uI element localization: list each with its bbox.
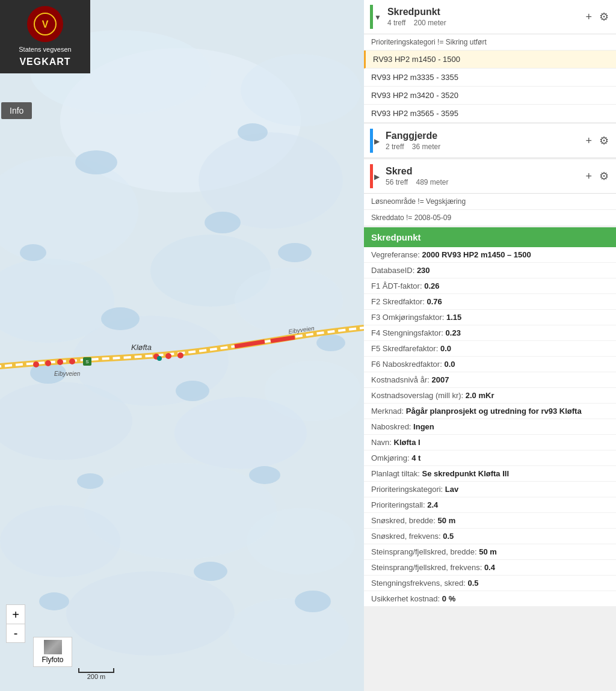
detail-label-0: Vegreferanse: (371, 250, 420, 259)
skredpunkt-item-1[interactable]: RV93 HP2 m3335 - 3355 (364, 69, 616, 87)
detail-row-12: Navn: Kløfta I (364, 435, 616, 450)
detail-label-1: DatabaseID: (371, 266, 414, 275)
skred-meta: 56 treff 489 meter (386, 178, 584, 186)
detail-value-0: 2000 RV93 HP2 m1450 – 1500 (422, 250, 531, 259)
detail-value-6: 0.0 (440, 344, 451, 353)
detail-row-17: Snøskred, bredde: 50 m (364, 513, 616, 529)
detail-row-18: Snøskred, frekvens: 0.5 (364, 529, 616, 544)
detail-label-21: Stengningsfrekvens, skred: (371, 579, 466, 588)
svg-point-17 (229, 598, 349, 665)
detail-label-17: Snøskred, bredde: (371, 516, 436, 525)
svg-text:Eibyveien: Eibyveien (54, 370, 81, 377)
svg-point-25 (176, 381, 209, 401)
skred-settings-button[interactable]: ⚙ (598, 168, 610, 184)
zoom-in-button[interactable]: + (6, 604, 25, 624)
svg-point-5 (241, 54, 361, 126)
zoom-out-button[interactable]: - (6, 624, 25, 643)
detail-value-19: 50 m (479, 547, 497, 556)
skredpunkt-settings-button[interactable]: ⚙ (598, 9, 610, 25)
svg-point-18 (75, 150, 117, 174)
logo-box: V Statens vegvesen VEGKART (0, 0, 90, 73)
svg-point-41 (157, 356, 162, 361)
skred-filter2: Skreddato != 2008-05-09 (364, 210, 616, 226)
scale-bar-line (78, 668, 114, 673)
skred-header: Skred 56 treff 489 meter + ⚙ (364, 159, 616, 194)
svg-point-14 (0, 505, 120, 577)
detail-value-22: 0 % (442, 594, 455, 603)
detail-value-8: 2007 (431, 375, 449, 384)
info-button[interactable]: Info (1, 102, 32, 119)
detail-row-11: Naboskred: Ingen (364, 419, 616, 435)
detail-value-11: Ingen (413, 422, 434, 431)
detail-label-15: Prioriteringskategori: (371, 485, 443, 494)
detail-label-11: Naboskred: (371, 422, 411, 431)
detail-row-10: Merknad: Pågår planprosjekt og utredning… (364, 404, 616, 419)
detail-value-5: 0.23 (446, 328, 461, 337)
svg-text:S: S (85, 359, 88, 364)
detail-label-22: Usikkerhet kostnad: (371, 594, 440, 603)
flyfoto-icon (44, 640, 62, 654)
flyfoto-button[interactable]: Flyfoto (33, 637, 72, 667)
detail-label-8: Kostnadsnivå år: (371, 375, 430, 384)
svg-point-29 (194, 562, 227, 581)
detail-value-16: 2.4 (427, 500, 438, 509)
detail-label-20: Steinsprang/fjellskred, frekvens: (371, 563, 482, 572)
fanggjerde-section: Fanggjerde 2 treff 36 meter + ⚙ (364, 124, 616, 158)
svg-point-20 (205, 212, 241, 233)
svg-point-30 (39, 592, 69, 610)
skredpunkt-header-content: Skredpunkt 4 treff 200 meter (383, 7, 585, 27)
skred-add-button[interactable]: + (584, 169, 593, 184)
fanggjerde-actions: + ⚙ (584, 133, 610, 149)
fanggjerde-collapse-button[interactable] (373, 135, 381, 147)
detail-value-2: 0.26 (424, 281, 439, 290)
detail-label-3: F2 Skredfaktor: (371, 297, 425, 306)
svg-point-38 (177, 352, 183, 358)
detail-label-14: Planlagt tiltak: (371, 469, 420, 478)
skredpunkt-header: Skredpunkt 4 treff 200 meter + ⚙ (364, 0, 616, 34)
logo-emblem: V (27, 6, 63, 42)
scale-bar: 200 m (78, 668, 114, 680)
detail-row-2: F1 ÅDT-faktor: 0.26 (364, 278, 616, 294)
skred-collapse-button[interactable] (373, 170, 381, 182)
skred-header-content: Skred 56 treff 489 meter (381, 166, 584, 186)
detail-value-9: 2.0 mKr (466, 391, 494, 400)
fanggjerde-add-button[interactable]: + (584, 134, 593, 149)
svg-point-34 (57, 359, 63, 365)
svg-point-8 (235, 268, 343, 334)
detail-row-16: Prioriteringstall: 2.4 (364, 497, 616, 513)
skredpunkt-meta: 4 treff 200 meter (387, 19, 585, 27)
map-svg: S Kløfta Eibyveien Eibyveien (0, 0, 364, 691)
detail-label-7: F6 Naboskredfaktor: (371, 360, 442, 369)
detail-value-12: Kløfta I (394, 438, 420, 447)
svg-point-33 (45, 360, 51, 366)
svg-point-16 (66, 571, 235, 656)
skred-actions: + ⚙ (584, 168, 610, 184)
detail-label-9: Kostnadsoverslag (mill kr): (371, 391, 463, 400)
fanggjerde-settings-button[interactable]: ⚙ (598, 133, 610, 149)
skredpunkt-item-2[interactable]: RV93 HP2 m3420 - 3520 (364, 87, 616, 105)
skredpunkt-actions: + ⚙ (584, 9, 610, 25)
skredpunkt-section: Skredpunkt 4 treff 200 meter + ⚙ Priorit… (364, 0, 616, 123)
svg-point-15 (247, 508, 355, 574)
skredpunkt-hits: 4 treff (387, 19, 405, 27)
skredpunkt-item-0[interactable]: RV93 HP2 m1450 - 1500 (364, 51, 616, 69)
detail-value-21: 0.5 (467, 579, 478, 588)
skred-filter1: Løsneområde != Vegskjæring (364, 194, 616, 210)
detail-value-17: 50 m (438, 516, 456, 525)
fanggjerde-header-content: Fanggjerde 2 treff 36 meter (381, 131, 584, 151)
map-area[interactable]: S Kløfta Eibyveien Eibyveien V Statens v… (0, 0, 364, 691)
detail-value-20: 0.4 (484, 563, 495, 572)
detail-value-1: 230 (417, 266, 430, 275)
detail-row-3: F2 Skredfaktor: 0.76 (364, 294, 616, 310)
detail-label-6: F5 Skredfarefaktor: (371, 344, 438, 353)
detail-value-15: Lav (445, 485, 458, 494)
detail-row-1: DatabaseID: 230 (364, 263, 616, 278)
skredpunkt-collapse-button[interactable] (373, 11, 383, 23)
detail-row-0: Vegreferanse: 2000 RV93 HP2 m1450 – 1500 (364, 247, 616, 263)
svg-point-32 (33, 361, 39, 367)
skredpunkt-item-3[interactable]: RV93 HP2 m3565 - 3595 (364, 105, 616, 123)
detail-label-10: Merknad: (371, 407, 404, 416)
detail-row-8: Kostnadsnivå år: 2007 (364, 372, 616, 388)
skredpunkt-add-button[interactable]: + (584, 10, 593, 25)
detail-label-4: F3 Omkjøringsfaktor: (371, 313, 444, 322)
